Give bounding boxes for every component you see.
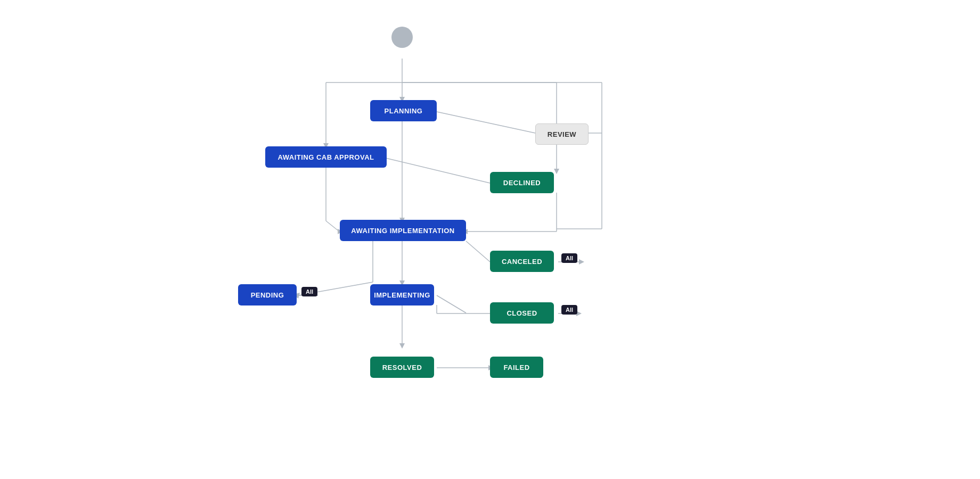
- node-closed[interactable]: CLOSED: [490, 302, 554, 324]
- badge-closed-all[interactable]: All: [561, 305, 577, 315]
- badge-canceled-all[interactable]: All: [561, 253, 577, 263]
- svg-line-19: [326, 221, 339, 232]
- node-pending[interactable]: PENDING: [238, 284, 297, 305]
- arrows-layer: [0, 0, 980, 479]
- svg-marker-30: [399, 343, 405, 349]
- node-awaiting-implementation[interactable]: AWAITING IMPLEMENTATION: [340, 220, 466, 241]
- node-failed[interactable]: FAILED: [490, 357, 543, 378]
- workflow-diagram: PLANNING REVIEW AWAITING CAB APPROVAL DE…: [0, 0, 980, 479]
- node-resolved[interactable]: RESOLVED: [370, 357, 434, 378]
- svg-line-6: [437, 112, 535, 133]
- node-review[interactable]: REVIEW: [535, 123, 589, 145]
- svg-line-31: [437, 295, 466, 313]
- svg-marker-10: [554, 169, 559, 174]
- start-node: [391, 27, 413, 48]
- svg-marker-28: [579, 259, 584, 265]
- svg-line-11: [383, 158, 490, 183]
- node-declined[interactable]: DECLINED: [490, 172, 554, 193]
- node-planning[interactable]: PLANNING: [370, 100, 437, 121]
- node-implementing[interactable]: IMPLEMENTING: [370, 284, 434, 305]
- svg-line-26: [466, 241, 490, 262]
- node-canceled[interactable]: CANCELED: [490, 251, 554, 272]
- badge-pending-all[interactable]: All: [301, 287, 317, 296]
- node-awaiting-cab[interactable]: AWAITING CAB APPROVAL: [265, 146, 387, 168]
